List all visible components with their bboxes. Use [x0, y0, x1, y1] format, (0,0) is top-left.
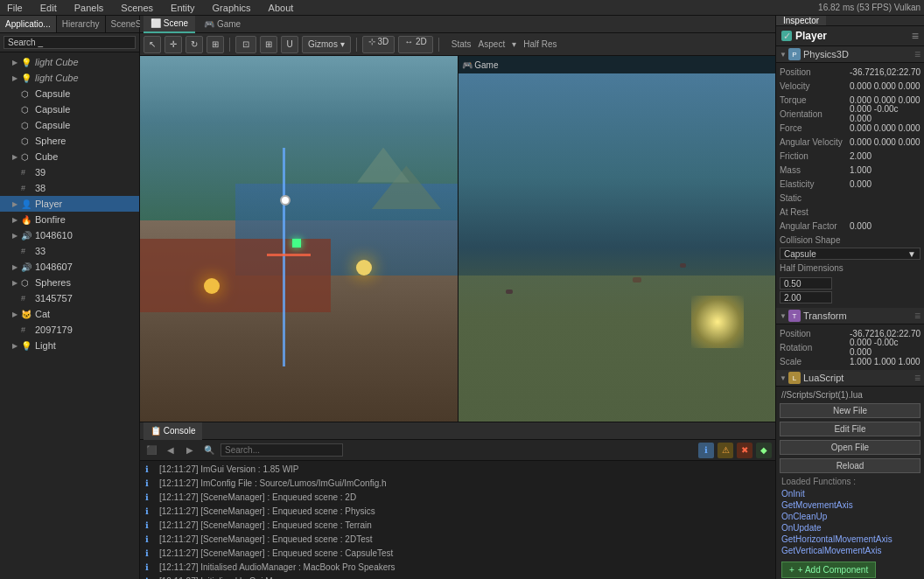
tree-item-2097179[interactable]: # 2097179 [0, 322, 139, 338]
menu-panels[interactable]: Panels [71, 3, 108, 13]
tree-item-capsule2[interactable]: ⬡ Capsule [0, 101, 139, 117]
plus-icon: + [789, 565, 794, 575]
tab-application[interactable]: Applicatio... [0, 16, 57, 32]
component-menu-icon[interactable]: ≡ [914, 48, 920, 60]
menu-scenes[interactable]: Scenes [117, 3, 157, 13]
tab-hierarchy[interactable]: Hierarchy [57, 16, 106, 32]
prop-position: Position -36.7216,02:22.70 [776, 65, 924, 79]
function-getmovementaxis: GetMovementAxis [781, 499, 919, 511]
component-menu-icon[interactable]: ≡ [914, 310, 920, 322]
log-text: [12:11:27] [SceneManager] : Enqueued sce… [159, 534, 373, 546]
right-panel: Inspector ✓ Player ≡ ▼ P Physics3D ≡ Pos… [775, 16, 924, 579]
transform-header[interactable]: ▼ T Transform ≡ [776, 308, 924, 324]
menu-file[interactable]: File [4, 3, 26, 13]
reload-button[interactable]: Reload [780, 458, 920, 473]
function-gethorizontal: GetHorizontalMovementAxis [781, 534, 919, 545]
view-3d-button[interactable]: ⊹ 3D [362, 36, 396, 53]
filter-debug-button[interactable]: ◆ [756, 443, 772, 458]
prop-label: Scale [780, 357, 850, 366]
prop-angular-velocity: Angular Velocity 0.000 0.000 0.000 [776, 135, 924, 149]
inspector-menu-icon[interactable]: ≡ [912, 29, 919, 43]
tree-item-lightcube2[interactable]: ▶ 💡 light Cube [0, 70, 139, 86]
entity-check[interactable]: ✓ [781, 31, 792, 41]
tree-item-1048607[interactable]: ▶ 🔊 1048607 [0, 259, 139, 275]
tree-item-lightcube1[interactable]: ▶ 💡 light Cube [0, 54, 139, 70]
half-dim-y[interactable]: 2.00 [780, 291, 832, 303]
tab-inspector[interactable]: Inspector [776, 16, 826, 25]
snap-tool[interactable]: ⊡ [235, 36, 256, 53]
component-menu-icon[interactable]: ≡ [914, 372, 920, 384]
scale-tool[interactable]: ⊞ [206, 36, 224, 53]
filter-warning-button[interactable]: ⚠ [718, 443, 733, 458]
viewport-wrapper: 🎮 Game Game view with halved resolution [140, 56, 775, 422]
tree-item-39[interactable]: # 39 [0, 164, 139, 180]
select-tool[interactable]: ↖ [144, 36, 161, 53]
tree-item-bonfire[interactable]: ▶ 🔥 Bonfire [0, 212, 139, 227]
tree-item-player[interactable]: ▶ 👤 Player [0, 196, 139, 212]
console-search-input[interactable] [220, 443, 343, 457]
filter-error-button[interactable]: ✖ [737, 443, 752, 458]
separator [356, 38, 357, 52]
tree-item-light[interactable]: ▶ 💡 Light [0, 338, 139, 353]
tab-game[interactable]: 🎮 Game [197, 16, 248, 33]
function-onupdate: OnUpdate [781, 522, 919, 534]
rotate-tool[interactable]: ↻ [186, 36, 203, 53]
collision-shape-select[interactable]: Capsule ▼ [780, 248, 920, 260]
view-2d-button[interactable]: ↔ 2D [398, 36, 433, 53]
tree-item-cube[interactable]: ▶ ⬡ Cube [0, 149, 139, 164]
entity-icon: # [21, 294, 33, 303]
half-res-button[interactable]: Half Res [520, 39, 560, 49]
menu-about[interactable]: About [265, 3, 298, 13]
gizmos-button[interactable]: Gizmos ▾ [302, 36, 351, 53]
cat-icon: 🐱 [21, 310, 33, 319]
tab-scene[interactable]: ⬜ Scene [144, 16, 195, 33]
menu-entity[interactable]: Entity [167, 3, 199, 13]
console-back-button[interactable]: ◀ [163, 443, 178, 458]
tree-item-38[interactable]: # 38 [0, 180, 139, 196]
console-find-button[interactable]: 🔍 [201, 443, 217, 458]
aspect-button[interactable]: Aspect [475, 39, 509, 49]
console-clear-button[interactable]: ⬛ [144, 443, 159, 458]
tree-item-spheres[interactable]: ▶ ⬡ Spheres [0, 275, 139, 290]
add-component-button[interactable]: + + Add Component [781, 562, 876, 578]
menu-graphics[interactable]: Graphics [209, 3, 255, 13]
log-text: [12:11:27] ImGui Version : 1.85 WIP [159, 464, 299, 476]
menu-edit[interactable]: Edit [37, 3, 60, 13]
tree-label: Player [35, 199, 62, 209]
luascript-header[interactable]: ▼ L LuaScript ≡ [776, 370, 924, 387]
tree-item-cat[interactable]: ▶ 🐱 Cat [0, 306, 139, 322]
extra-tool[interactable]: U [281, 36, 298, 53]
tree-label: light Cube [35, 57, 79, 67]
tree-item-capsule3[interactable]: ⬡ Capsule [0, 117, 139, 133]
tab-console[interactable]: 📋 Console [144, 422, 202, 440]
game-label: 🎮 Game [462, 60, 499, 70]
tree-item-1048610[interactable]: ▶ 🔊 1048610 [0, 227, 139, 243]
grid-tool[interactable]: ⊞ [260, 36, 277, 53]
prop-label: Position [780, 329, 850, 338]
console-tabs: 📋 Console [140, 422, 775, 440]
tree-label: Light [35, 340, 56, 351]
arrow-icon: ▶ [12, 74, 21, 82]
physics-icon: P [788, 48, 801, 60]
log-icon: ℹ [145, 520, 156, 532]
filter-info-button[interactable]: ℹ [698, 443, 714, 458]
log-line: ℹ[12:11:27] [SceneManager] : Enqueued sc… [144, 533, 772, 547]
physics3d-header[interactable]: ▼ P Physics3D ≡ [776, 46, 924, 63]
tree-item-sphere[interactable]: ⬡ Sphere [0, 133, 139, 149]
new-file-button[interactable]: New File [780, 403, 920, 418]
tree-item-3145757[interactable]: # 3145757 [0, 290, 139, 306]
physics3d-body: Position -36.7216,02:22.70 Velocity 0.00… [776, 63, 924, 308]
search-input[interactable] [4, 36, 136, 49]
tree-item-capsule1[interactable]: ⬡ Capsule [0, 86, 139, 101]
log-icon: ℹ [145, 534, 156, 546]
function-oncleanup: OnCleanUp [781, 511, 919, 522]
edit-file-button[interactable]: Edit File [780, 422, 920, 436]
half-dim-x[interactable]: 0.50 [780, 277, 832, 290]
inspector-header: ✓ Player ≡ [776, 26, 924, 46]
console-forward-button[interactable]: ▶ [182, 443, 198, 458]
open-file-button[interactable]: Open File [780, 440, 920, 455]
stats-button[interactable]: Stats [452, 39, 472, 49]
move-tool[interactable]: ✛ [164, 36, 182, 53]
tree-item-33[interactable]: # 33 [0, 243, 139, 259]
center-panel: ⬜ Scene 🎮 Game ↖ ✛ ↻ ⊞ ⊡ ⊞ U Gizmos ▾ ⊹ … [140, 16, 775, 579]
